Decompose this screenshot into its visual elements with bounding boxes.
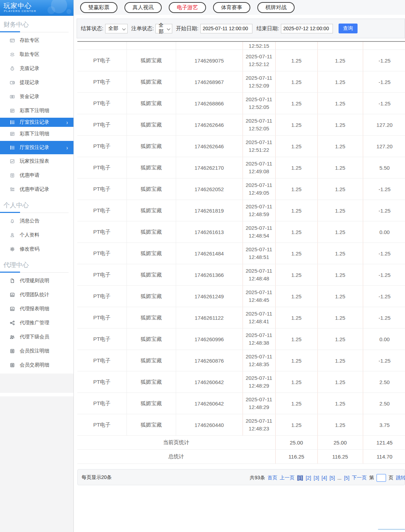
table-row: PT电子狐媚宝藏17462626462025-07-11 12:52:051.2… <box>77 114 405 136</box>
wallet-icon <box>10 80 15 85</box>
cell-hall: PT电子 <box>77 286 127 307</box>
page-link[interactable]: [5] <box>344 475 349 481</box>
app-logo[interactable]: 玩家中心 PLAYERS CENTER <box>0 0 73 16</box>
table-row: PT电子狐媚宝藏17462613662025-07-11 12:48:481.2… <box>77 264 405 286</box>
cell-game: 狐媚宝藏 <box>127 350 176 371</box>
grand-total-row: 总统计116.25116.25114.70 <box>77 450 405 464</box>
sidebar-item-存款专区[interactable]: 存款专区 <box>0 33 73 47</box>
cell-profit: -1.25 <box>363 286 405 307</box>
cell-bet: 1.25 <box>275 307 317 329</box>
cell-game: 狐媚宝藏 <box>127 114 176 136</box>
sidebar-item-个人资料[interactable]: 个人资料 <box>0 228 73 242</box>
sidebar-item-消息公告[interactable]: 消息公告 <box>0 214 73 228</box>
sidebar-item-厅室投注记录[interactable]: 厅室投注记录› <box>0 118 73 127</box>
tab-真人视讯[interactable]: 真人视讯 <box>124 2 162 13</box>
sidebar-item-代理报表明细[interactable]: 代理报表明细 <box>0 302 73 316</box>
tab-棋牌对战[interactable]: 棋牌对战 <box>257 2 295 13</box>
tab-雙赢彩票[interactable]: 雙赢彩票 <box>80 2 117 13</box>
records-table-wrap: 12:52:15PT电子狐媚宝藏17462690752025-07-11 12:… <box>77 41 405 464</box>
cell-datetime: 2025-07-11 12:52:09 <box>243 71 275 93</box>
cell-datetime: 2025-07-11 12:49:08 <box>243 157 275 179</box>
cell-empty <box>275 42 317 50</box>
cell-hall: PT电子 <box>77 157 127 179</box>
list-icon <box>10 131 15 136</box>
per-page-label: 每页显示20条 <box>82 474 112 481</box>
sidebar-item-优惠申请[interactable]: 优惠申请 <box>0 168 73 182</box>
page-links: [1][2][3][4][5]...[5] <box>297 475 349 481</box>
cell-valid: 1.25 <box>317 93 363 114</box>
sidebar-item-玩家投注报表[interactable]: 玩家投注报表 <box>0 154 73 168</box>
cell-order: 1746260876 <box>176 350 243 371</box>
sidebar-item-彩票下注明细[interactable]: 彩票下注明细 <box>0 127 73 141</box>
sidebar-item-厅室投注记录[interactable]: 厅室投注记录› <box>0 141 73 154</box>
order-status-select[interactable]: 全部 <box>155 24 172 33</box>
cell-valid: 1.25 <box>317 114 363 136</box>
sidebar-item-label: 彩票下注明细 <box>20 131 49 137</box>
cell-datetime: 2025-07-11 12:49:05 <box>243 179 275 200</box>
tab-体育赛事[interactable]: 体育赛事 <box>213 2 250 13</box>
sidebar-item-代理规则说明[interactable]: 代理规则说明 <box>0 274 73 288</box>
first-page-link[interactable]: 首页 <box>268 475 277 481</box>
cell-game: 狐媚宝藏 <box>127 286 176 307</box>
sidebar-item-代理团队统计[interactable]: 代理团队统计 <box>0 288 73 302</box>
section-title-2: 代理中心 <box>0 256 73 269</box>
sidebar-item-修改密码[interactable]: 修改密码 <box>0 242 73 256</box>
end-date-input[interactable] <box>281 24 333 33</box>
total-bet: 25.00 <box>275 436 317 450</box>
table-row-partial: 12:52:15 <box>77 42 405 50</box>
cell-hall: PT电子 <box>77 414 127 436</box>
table-row: PT电子狐媚宝藏17462690752025-07-11 12:52:121.2… <box>77 50 405 71</box>
sidebar-item-label: 个人资料 <box>20 232 39 238</box>
section-underline <box>0 272 73 273</box>
cell-profit: -1.25 <box>363 71 405 93</box>
cell-datetime: 2025-07-11 12:52:05 <box>243 114 275 136</box>
page-total-row: 当前页统计25.0025.00121.45 <box>77 436 405 450</box>
query-button[interactable]: 查询 <box>339 24 358 33</box>
next-page-link[interactable]: 下一页 <box>352 475 367 481</box>
page-link-current[interactable]: [1] <box>297 475 303 481</box>
cell-profit: 127.20 <box>363 136 405 157</box>
settle-status-select[interactable]: 全部 <box>105 24 128 33</box>
sidebar-item-label: 代理下级会员 <box>20 334 49 340</box>
cell-game: 狐媚宝藏 <box>127 221 176 243</box>
table-row: PT电子狐媚宝藏17462688662025-07-11 12:52:051.2… <box>77 93 405 114</box>
page-link[interactable]: [3] <box>314 475 319 481</box>
promo-list-icon <box>10 187 15 192</box>
tab-电子游艺[interactable]: 电子游艺 <box>169 2 206 13</box>
sidebar-item-彩票下注明细[interactable]: 彩票下注明细 <box>0 104 73 118</box>
jump-action-link[interactable]: 跳转 <box>396 475 405 481</box>
jump-page-input[interactable] <box>377 474 386 482</box>
sidebar-item-提现记录[interactable]: 提现记录 <box>0 76 73 90</box>
cell-game: 狐媚宝藏 <box>127 50 176 71</box>
cell-datetime: 2025-07-11 12:48:41 <box>243 307 275 329</box>
page-link[interactable]: [2] <box>306 475 311 481</box>
cell-valid: 1.25 <box>317 221 363 243</box>
sidebar-item-取款专区[interactable]: 取款专区 <box>0 47 73 61</box>
cell-empty <box>317 42 363 50</box>
page-link[interactable]: [4] <box>322 475 327 481</box>
cell-bet: 1.25 <box>275 329 317 350</box>
sidebar-item-label: 优惠申请 <box>20 172 39 179</box>
sidebar-item-会员交易明细[interactable]: 会员交易明细 <box>0 358 73 372</box>
bottom-corner-element <box>378 529 405 530</box>
doc-icon <box>10 278 15 283</box>
sidebar-item-充值记录[interactable]: 充值记录 <box>0 61 73 76</box>
total-label: 当前页统计 <box>77 436 275 450</box>
cell-hall: PT电子 <box>77 243 127 264</box>
sidebar-item-label: 代理推广管理 <box>20 320 49 326</box>
sidebar-item-资金记录[interactable]: 资金记录 <box>0 90 73 104</box>
page-link[interactable]: [5] <box>329 475 335 481</box>
sidebar-item-会员投注明细[interactable]: 会员投注明细 <box>0 344 73 358</box>
pagination-bar: 每页显示20条 共93条 首页 上一页 [1][2][3][4][5]...[5… <box>77 469 405 485</box>
cell-game: 狐媚宝藏 <box>127 371 176 393</box>
sidebar-item-label: 代理团队统计 <box>20 292 49 298</box>
sidebar-item-代理推广管理[interactable]: 代理推广管理 <box>0 316 73 330</box>
sidebar-item-label: 提现记录 <box>20 79 39 86</box>
main-content: 雙赢彩票真人视讯电子游艺体育赛事棋牌对战 结算状态: 全部 注单状态: 全部 开… <box>74 0 405 532</box>
cell-profit: -1.25 <box>363 350 405 371</box>
cell-bet: 1.25 <box>275 286 317 307</box>
sidebar-item-代理下级会员[interactable]: 代理下级会员 <box>0 330 73 344</box>
prev-page-link[interactable]: 上一页 <box>280 475 295 481</box>
sidebar-item-优惠申请记录[interactable]: 优惠申请记录 <box>0 182 73 196</box>
start-date-input[interactable] <box>200 24 252 33</box>
